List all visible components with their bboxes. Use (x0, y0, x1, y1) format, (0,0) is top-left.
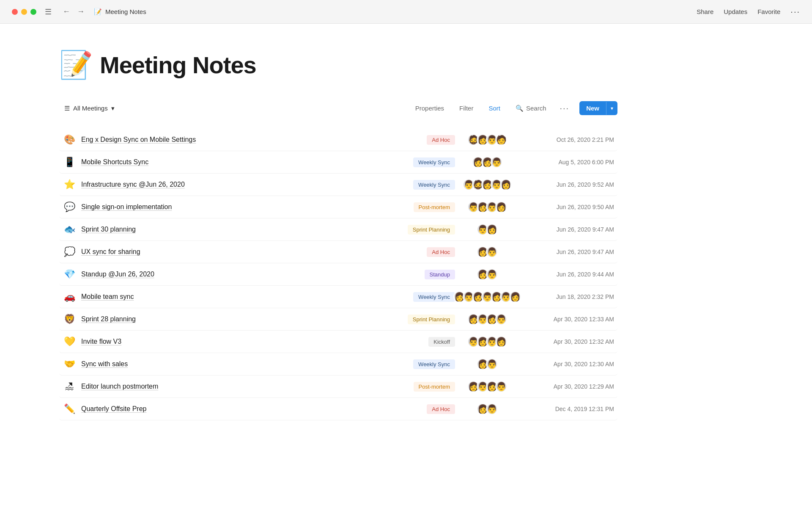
table-row[interactable]: 💬 Single sign-on implementation Post-mor… (59, 196, 617, 218)
table-row[interactable]: 💎 Standup @Jun 26, 2020 Standup 👩👨 Jun 2… (59, 263, 617, 286)
nav-forward-button[interactable]: → (74, 6, 87, 18)
meeting-type-col: Ad Hoc (377, 247, 462, 257)
nav-arrows: ← → (60, 6, 87, 18)
meeting-type-tag: Weekly Sync (413, 157, 455, 167)
toolbar-right: Properties Filter Sort 🔍 Search ··· New … (412, 101, 617, 115)
toolbar-left: ☰ All Meetings ▾ (59, 102, 409, 115)
meeting-date: Aug 5, 2020 6:00 PM (513, 159, 614, 166)
avatar: 👨 (495, 381, 507, 392)
meeting-date: Jun 26, 2020 9:52 AM (513, 181, 614, 188)
filter-button[interactable]: Filter (456, 102, 477, 114)
avatar: 👩 (486, 224, 498, 235)
meeting-name-col: ⭐ Infrastructure sync @Jun 26, 2020 (63, 179, 377, 190)
meeting-name-col: 💛 Invite flow V3 (63, 336, 377, 347)
meeting-emoji: 🚗 (63, 291, 76, 302)
avatars-group: 👩👨👩👨 (467, 313, 507, 325)
meeting-date: Jun 26, 2020 9:47 AM (513, 248, 614, 255)
meeting-name-col: 🏖 Editor launch postmortem (63, 381, 377, 392)
new-main-button[interactable]: New (579, 101, 606, 115)
search-button[interactable]: 🔍 Search (512, 102, 550, 115)
meeting-name: Quarterly Offsite Prep (81, 405, 146, 413)
meeting-emoji: 💭 (63, 246, 76, 257)
meeting-type-col: Sprint Planning (377, 225, 462, 235)
view-label: All Meetings (73, 105, 108, 112)
meeting-date: Apr 30, 2020 12:29 AM (513, 383, 614, 390)
meeting-avatars-col: 👩👨👩👨 (462, 381, 513, 392)
meeting-name: Infrastructure sync @Jun 26, 2020 (81, 181, 185, 188)
nav-back-button[interactable]: ← (60, 6, 73, 18)
meeting-date: Oct 26, 2020 2:21 PM (513, 136, 614, 143)
meeting-name: Mobile team sync (81, 293, 134, 301)
table-row[interactable]: 🤝 Sync with sales Weekly Sync 👩👨 Apr 30,… (59, 353, 617, 375)
favorite-button[interactable]: Favorite (757, 8, 780, 15)
toolbar: ☰ All Meetings ▾ Properties Filter Sort … (59, 101, 617, 115)
table-row[interactable]: 🐟 Sprint 30 planning Sprint Planning 👨👩 … (59, 218, 617, 241)
meeting-emoji: ⭐ (63, 179, 76, 190)
meeting-avatars-col: 👩👨 (462, 246, 513, 258)
table-row[interactable]: 🎨 Eng x Design Sync on Mobile Settings A… (59, 129, 617, 151)
avatars-group: 👩👨👩👨 (467, 381, 507, 392)
meeting-name-col: 🦁 Sprint 28 planning (63, 314, 377, 325)
meeting-type-tag: Standup (425, 270, 455, 279)
table-row[interactable]: 💭 UX sync for sharing Ad Hoc 👩👨 Jun 26, … (59, 241, 617, 263)
meeting-type-col: Weekly Sync (377, 292, 462, 302)
table-row[interactable]: 💛 Invite flow V3 Kickoff 👨👩👨👩 Apr 30, 20… (59, 331, 617, 353)
meeting-avatars-col: 👩👩👨 (462, 156, 513, 168)
meeting-emoji: ✏️ (63, 403, 76, 414)
new-dropdown-button[interactable]: ▾ (606, 102, 617, 115)
meeting-name: Invite flow V3 (81, 338, 121, 345)
view-selector-button[interactable]: ☰ All Meetings ▾ (59, 102, 120, 115)
meeting-date: Apr 30, 2020 12:33 AM (513, 316, 614, 323)
table-row[interactable]: 🚗 Mobile team sync Weekly Sync 👩👨👩👨👩👨👩 J… (59, 286, 617, 308)
hamburger-icon[interactable]: ☰ (43, 6, 53, 18)
close-button[interactable] (12, 9, 18, 15)
avatar: 🧑 (495, 134, 507, 146)
share-button[interactable]: Share (697, 8, 713, 15)
table-row[interactable]: 🏖 Editor launch postmortem Post-mortem 👩… (59, 375, 617, 398)
meeting-type-tag: Sprint Planning (408, 315, 455, 324)
table-row[interactable]: 🦁 Sprint 28 planning Sprint Planning 👩👨👩… (59, 308, 617, 331)
meeting-type-tag: Kickoff (428, 337, 455, 347)
meeting-avatars-col: 👩👨👩👨👩👨👩 (462, 291, 513, 303)
meeting-emoji: 🤝 (63, 359, 76, 370)
meeting-emoji: 📱 (63, 157, 76, 168)
properties-button[interactable]: Properties (412, 102, 447, 114)
view-icon: ☰ (64, 105, 70, 112)
toolbar-more-button[interactable]: ··· (558, 102, 571, 115)
meeting-avatars-col: 👩👨 (462, 268, 513, 280)
updates-button[interactable]: Updates (724, 8, 747, 15)
avatars-group: 👩👨 (477, 268, 498, 280)
traffic-lights (12, 9, 36, 15)
table-row[interactable]: ⭐ Infrastructure sync @Jun 26, 2020 Week… (59, 174, 617, 196)
page-header: 📝 Meeting Notes (59, 49, 617, 81)
meeting-emoji: 💛 (63, 336, 76, 347)
table-row[interactable]: ✏️ Quarterly Offsite Prep Ad Hoc 👩👨 Dec … (59, 398, 617, 420)
meeting-type-col: Ad Hoc (377, 135, 462, 145)
meeting-name: Standup @Jun 26, 2020 (81, 271, 154, 278)
avatar: 👩 (495, 336, 507, 348)
meeting-type-tag: Weekly Sync (413, 180, 455, 190)
page-emoji: 📝 (59, 49, 93, 81)
meeting-date: Jun 18, 2020 2:32 PM (513, 293, 614, 300)
meeting-name: Single sign-on implementation (81, 203, 172, 211)
avatars-group: 👨👩👨👩 (467, 336, 507, 348)
new-button-group: New ▾ (579, 101, 617, 115)
sort-button[interactable]: Sort (485, 102, 504, 114)
more-options-button[interactable]: ··· (790, 7, 800, 17)
avatar: 👩 (500, 179, 512, 190)
meeting-date: Dec 4, 2019 12:31 PM (513, 406, 614, 412)
maximize-button[interactable] (30, 9, 36, 15)
table-row[interactable]: 📱 Mobile Shortcuts Sync Weekly Sync 👩👩👨 … (59, 151, 617, 174)
titlebar-emoji: 📝 (94, 8, 102, 16)
meeting-type-tag: Weekly Sync (413, 292, 455, 302)
meeting-name: Editor launch postmortem (81, 383, 158, 390)
minimize-button[interactable] (21, 9, 27, 15)
meeting-type-tag: Ad Hoc (427, 247, 455, 257)
avatars-group: 👩👨 (477, 403, 498, 415)
chevron-down-icon: ▾ (111, 105, 115, 112)
meeting-type-tag: Post-mortem (414, 382, 455, 392)
meeting-name-col: 💭 UX sync for sharing (63, 246, 377, 257)
meeting-name-col: 🐟 Sprint 30 planning (63, 224, 377, 235)
meeting-type-col: Post-mortem (377, 202, 462, 212)
titlebar-left: ☰ ← → 📝 Meeting Notes (12, 6, 146, 18)
